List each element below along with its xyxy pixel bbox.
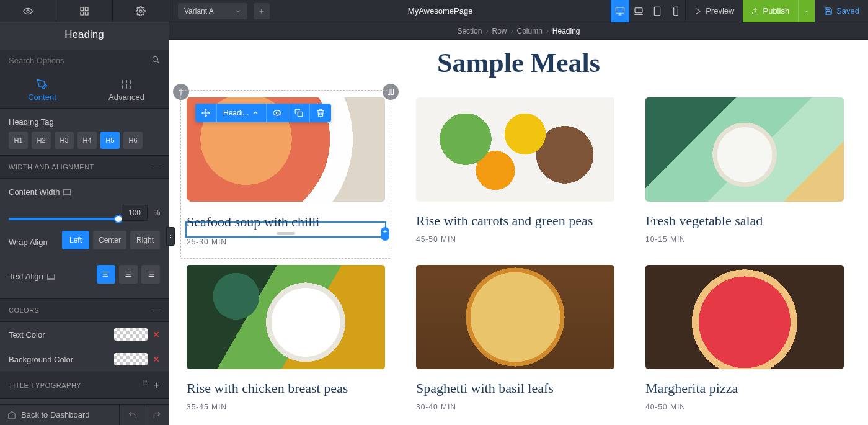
meal-photo[interactable]	[645, 265, 844, 369]
sidebar-top-utilities	[0, 0, 169, 22]
clear-bg-color[interactable]: ✕	[153, 354, 160, 364]
search-input[interactable]	[0, 50, 169, 71]
meal-photo[interactable]	[416, 97, 614, 202]
meal-meta: 10-15 MIN	[645, 235, 844, 244]
add-variant[interactable]	[254, 3, 270, 19]
content-width-value[interactable]: 100	[122, 205, 148, 221]
meal-card[interactable]: Spaghetti with basil leafs 30-40 MIN	[416, 265, 614, 411]
typography-header[interactable]: TITLE TYPOGRAPHY ⠿ +	[0, 372, 169, 399]
device-tablet[interactable]	[648, 0, 666, 22]
meal-meta: 35-45 MIN	[187, 403, 385, 411]
heading-tag-buttons: H1 H2 H3 H4 H5 H6	[0, 132, 169, 155]
meal-title[interactable]: Margherita pizza	[645, 380, 844, 396]
svg-rect-29	[655, 7, 660, 15]
htag-h2[interactable]: H2	[32, 132, 51, 149]
columns-icon[interactable]	[383, 84, 399, 100]
canvas[interactable]: Sample Meals Headi... Seafood soup with …	[169, 40, 868, 425]
minus-icon: —	[153, 306, 161, 314]
bg-color-swatch[interactable]	[114, 353, 148, 365]
resize-handle[interactable]	[277, 232, 295, 235]
wrap-right[interactable]: Right	[130, 231, 160, 249]
content-width-unit[interactable]: %	[150, 205, 164, 221]
text-align-right[interactable]	[141, 265, 160, 284]
variant-dropdown[interactable]: Variant A	[178, 3, 247, 19]
toolstrip-label[interactable]: Headi...	[217, 104, 267, 122]
meal-card[interactable]: Fresh vegetable salad 10-15 MIN	[645, 97, 844, 246]
meal-photo[interactable]	[645, 97, 844, 202]
crumb-row[interactable]: Row	[492, 27, 507, 35]
htag-h6[interactable]: H6	[123, 132, 143, 149]
device-mobile[interactable]	[666, 0, 685, 22]
redo-button[interactable]	[144, 405, 169, 425]
meals-grid: Headi... Seafood soup with chilli + 25-3…	[169, 97, 868, 425]
meal-photo[interactable]	[416, 265, 614, 369]
colors-header[interactable]: COLORS —	[0, 298, 169, 322]
page-heading[interactable]: Sample Meals	[169, 40, 868, 97]
undo-button[interactable]	[119, 405, 144, 425]
crumb-section[interactable]: Section	[457, 27, 482, 35]
width-alignment-header[interactable]: WIDTH AND ALIGNMENT —	[0, 155, 169, 179]
meal-title[interactable]: Rise with chicken breast peas	[187, 380, 385, 396]
meal-card[interactable]: Headi... Seafood soup with chilli + 25-3…	[187, 97, 385, 246]
saved-status[interactable]: Saved	[815, 0, 868, 22]
anchor-icon[interactable]	[173, 84, 189, 100]
content-width-label: Content Width	[0, 179, 169, 202]
back-to-dashboard[interactable]: Back to Dashboard	[0, 410, 119, 419]
svg-rect-3	[81, 12, 84, 15]
top-bar: Variant A MyAwesomePage Preview Publish …	[169, 0, 868, 22]
grid-icon[interactable]	[56, 0, 113, 22]
device-desktop[interactable]	[611, 0, 629, 22]
htag-h5[interactable]: H5	[100, 132, 120, 149]
meal-title[interactable]: Rise with carrots and green peas	[416, 213, 614, 229]
svg-point-5	[140, 10, 142, 12]
tab-advanced[interactable]: Advanced	[84, 71, 169, 108]
delete-icon[interactable]	[310, 104, 331, 122]
meal-title[interactable]: Spaghetti with basil leafs	[416, 380, 614, 396]
svg-point-6	[153, 56, 157, 61]
panel-tabs: Content Advanced	[0, 71, 169, 109]
htag-h4[interactable]: H4	[78, 132, 97, 149]
svg-rect-24	[616, 7, 624, 13]
clear-text-color[interactable]: ✕	[153, 329, 160, 339]
htag-h1[interactable]: H1	[9, 132, 28, 149]
crumb-heading[interactable]: Heading	[552, 27, 580, 35]
svg-rect-1	[81, 7, 84, 11]
svg-rect-37	[391, 89, 394, 95]
move-icon[interactable]	[195, 104, 217, 122]
sidebar-footer: Back to Dashboard	[0, 404, 169, 425]
search-icon[interactable]	[151, 55, 160, 66]
text-align-center[interactable]	[119, 265, 138, 284]
duplicate-icon[interactable]	[288, 104, 310, 122]
htag-h3[interactable]: H3	[55, 132, 74, 149]
visibility-icon[interactable]	[0, 0, 56, 22]
plus-icon[interactable]: +	[154, 380, 160, 391]
add-below-icon[interactable]: +	[381, 227, 389, 236]
publish-button[interactable]: Publish	[743, 0, 798, 22]
wrap-align-label: Wrap Align	[9, 238, 48, 247]
publish-dropdown[interactable]	[798, 0, 815, 22]
wrap-center[interactable]: Center	[93, 231, 126, 249]
gear-icon[interactable]	[113, 0, 169, 22]
collapse-sidebar[interactable]	[166, 227, 175, 246]
text-align-left[interactable]	[97, 265, 115, 284]
meal-meta: 40-50 MIN	[645, 403, 844, 411]
meal-card[interactable]: Margherita pizza 40-50 MIN	[645, 265, 844, 411]
wrap-left[interactable]: Left	[62, 231, 89, 249]
meal-card[interactable]: Rise with carrots and green peas 45-50 M…	[416, 97, 614, 246]
meal-title[interactable]: Seafood soup with chilli	[187, 213, 385, 231]
link-icon[interactable]: ⠿	[143, 380, 148, 391]
svg-marker-33	[696, 8, 701, 14]
meal-meta: 45-50 MIN	[416, 235, 614, 244]
device-laptop[interactable]	[629, 0, 648, 22]
text-color-swatch[interactable]	[114, 328, 148, 341]
minus-icon: —	[153, 163, 161, 171]
heading-tag-label: Heading Tag	[0, 109, 169, 132]
content-width-slider[interactable]: 100 %	[0, 202, 169, 224]
tab-content[interactable]: Content	[0, 71, 84, 108]
preview-button[interactable]: Preview	[685, 0, 743, 22]
meal-photo[interactable]	[187, 265, 385, 369]
crumb-column[interactable]: Column	[516, 27, 542, 35]
visibility-icon[interactable]	[267, 104, 288, 122]
meal-title[interactable]: Fresh vegetable salad	[645, 213, 844, 229]
meal-card[interactable]: Rise with chicken breast peas 35-45 MIN	[187, 265, 385, 411]
